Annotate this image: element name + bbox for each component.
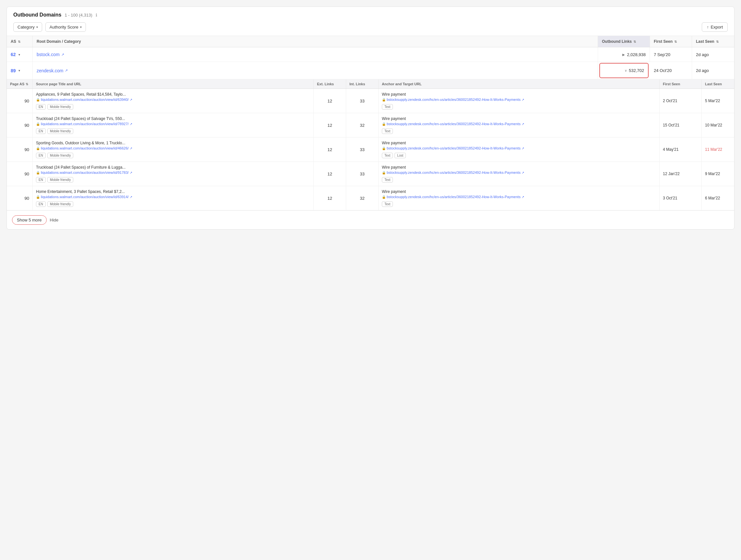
- col-outbound-links-label: Outbound Links: [602, 39, 632, 44]
- sub-col-first-seen-label: First Seen: [663, 82, 680, 86]
- sub-page-as-value-1: 90: [10, 123, 29, 128]
- source-tag: Mobile friendly: [47, 104, 73, 110]
- sub-row-int-links-0: 33: [346, 89, 379, 113]
- col-first-seen-sort-icon[interactable]: ⇅: [674, 40, 677, 44]
- zendesk-last-seen-cell: 2d ago: [692, 62, 734, 79]
- anchor-url-link-1[interactable]: 🔒 bstocksupply.zendesk.com/hc/en-us/arti…: [382, 122, 656, 126]
- bstock-domain-link[interactable]: bstock.com ↗: [37, 52, 64, 57]
- source-tag: Mobile friendly: [47, 177, 73, 183]
- col-last-seen-sort-icon[interactable]: ⇅: [716, 40, 719, 44]
- anchor-url-link-4[interactable]: 🔒 bstocksupply.zendesk.com/hc/en-us/arti…: [382, 195, 656, 199]
- source-tag: EN: [36, 177, 46, 183]
- source-url-link-2[interactable]: 🔒 liquidations.walmart.com/auction/aucti…: [36, 146, 310, 150]
- bstock-domain-cell: bstock.com ↗: [33, 47, 598, 62]
- footer: Show 5 more Hide: [7, 210, 734, 229]
- show-more-button[interactable]: Show 5 more: [12, 215, 47, 225]
- anchor-text-3: Wire payment: [382, 165, 656, 170]
- link-tags-row-2: Text Lost: [382, 153, 656, 158]
- sub-row-anchor-4: Wire payment 🔒 bstocksupply.zendesk.com/…: [379, 186, 660, 210]
- sub-col-first-seen: First Seen: [660, 79, 702, 88]
- sub-col-page-as-sort-icon[interactable]: ⇅: [25, 82, 28, 86]
- sub-row-int-links-2: 33: [346, 137, 379, 162]
- sub-page-as-value-3: 90: [10, 172, 29, 176]
- sub-row-last-seen-2: 11 Mar'22: [702, 137, 734, 162]
- int-links-value-2: 33: [349, 147, 375, 152]
- col-header-first-seen: First Seen ⇅: [650, 36, 692, 47]
- col-as-sort-icon[interactable]: ⇅: [18, 40, 20, 44]
- anchor-url-text-0: bstocksupply.zendesk.com/hc/en-us/articl…: [387, 98, 521, 102]
- lock-icon-3: 🔒: [36, 171, 40, 175]
- sub-row-first-seen-1: 15 Oct'21: [660, 113, 702, 137]
- source-url-text-0: liquidations.walmart.com/auction/auction…: [41, 98, 129, 102]
- anchor-url-link-2[interactable]: 🔒 bstocksupply.zendesk.com/hc/en-us/arti…: [382, 146, 656, 150]
- sub-row-ext-links-0: 12: [314, 89, 346, 113]
- main-table-header: AS ⇅ Root Domain / Category Outbound Lin…: [7, 36, 734, 47]
- source-ext-link-icon-2: ↗: [130, 146, 132, 150]
- zendesk-as-cell: 89 ▾: [7, 62, 33, 79]
- link-tag-text-2: Text: [382, 153, 393, 158]
- last-seen-value-3: 9 Mar'22: [705, 172, 731, 176]
- zendesk-domain-link[interactable]: zendesk.com ↗: [37, 68, 68, 73]
- anchor-text-1: Wire payment: [382, 116, 656, 121]
- first-seen-value-3: 12 Jan'22: [663, 172, 698, 176]
- sub-col-last-seen-label: Last Seen: [705, 82, 722, 86]
- sub-col-anchor: Anchor and Target URL: [379, 79, 660, 88]
- category-filter-button[interactable]: Category ▾: [13, 22, 42, 32]
- sub-row-last-seen-0: 5 Mar'22: [702, 89, 734, 113]
- sub-rows-container: 90 Appliances, 9 Pallet Spaces, Retail $…: [7, 89, 734, 210]
- authority-score-filter-label: Authority Score: [50, 25, 78, 29]
- sub-row-first-seen-4: 3 Oct'21: [660, 186, 702, 210]
- source-url-link-3[interactable]: 🔒 liquidations.walmart.com/auction/aucti…: [36, 171, 310, 175]
- anchor-url-text-1: bstocksupply.zendesk.com/hc/en-us/articl…: [387, 122, 521, 126]
- sub-row-last-seen-3: 9 Mar'22: [702, 162, 734, 186]
- first-seen-value-4: 3 Oct'21: [663, 196, 698, 200]
- export-button[interactable]: ↑ Export: [702, 22, 728, 32]
- sub-col-ext-links: Ext. Links: [314, 79, 346, 88]
- hide-button[interactable]: Hide: [50, 217, 59, 223]
- anchor-url-link-3[interactable]: 🔒 bstocksupply.zendesk.com/hc/en-us/arti…: [382, 171, 656, 175]
- source-url-link-0[interactable]: 🔒 liquidations.walmart.com/auction/aucti…: [36, 98, 310, 102]
- source-url-text-3: liquidations.walmart.com/auction/auction…: [41, 171, 129, 175]
- sub-row-source-0: Appliances, 9 Pallet Spaces, Retail $14,…: [33, 89, 314, 113]
- anchor-url-text-3: bstocksupply.zendesk.com/hc/en-us/articl…: [387, 171, 521, 175]
- sub-row-anchor-0: Wire payment 🔒 bstocksupply.zendesk.com/…: [379, 89, 660, 113]
- authority-score-filter-button[interactable]: Authority Score ▾: [45, 22, 86, 32]
- bstock-expand-icon[interactable]: ▾: [18, 53, 20, 56]
- col-outbound-sort-icon[interactable]: ⇅: [633, 40, 636, 44]
- sub-row-last-seen-4: 6 Mar'22: [702, 186, 734, 210]
- sub-col-source: Source page Title and URL: [33, 79, 314, 88]
- zendesk-outbound-expand-icon: ∨: [625, 69, 627, 72]
- source-url-link-4[interactable]: 🔒 liquidations.walmart.com/auction/aucti…: [36, 195, 310, 199]
- col-header-root-domain: Root Domain / Category: [33, 36, 598, 47]
- sub-page-as-value-4: 90: [10, 196, 29, 201]
- zendesk-external-link-icon: ↗: [65, 68, 68, 73]
- sub-row-page-as-2: 90: [7, 137, 33, 162]
- sub-row-0: 90 Appliances, 9 Pallet Spaces, Retail $…: [7, 89, 734, 113]
- info-icon[interactable]: ℹ: [95, 13, 97, 17]
- bstock-first-seen: 7 Sep'20: [654, 52, 670, 57]
- anchor-url-link-0[interactable]: 🔒 bstocksupply.zendesk.com/hc/en-us/arti…: [382, 98, 656, 102]
- anchor-ext-icon-4: ↗: [522, 195, 524, 199]
- source-tags-row-3: ENMobile friendly: [36, 177, 310, 183]
- panel-header: Outbound Domains 1 - 100 (4,313) ℹ Categ…: [7, 7, 734, 36]
- source-url-link-1[interactable]: 🔒 liquidations.walmart.com/auction/aucti…: [36, 122, 310, 126]
- source-tag: EN: [36, 104, 46, 110]
- sub-row-source-3: Truckload (24 Pallet Spaces) of Furnitur…: [33, 162, 314, 186]
- anchor-lock-icon-0: 🔒: [382, 98, 386, 102]
- sub-row-page-as-0: 90: [7, 89, 33, 113]
- sub-table-header: Page AS ⇅ Source page Title and URL Ext.…: [7, 79, 734, 89]
- anchor-text-2: Wire payment: [382, 141, 656, 145]
- last-seen-value-4: 6 Mar'22: [705, 196, 731, 200]
- category-chevron-icon: ▾: [36, 25, 38, 29]
- source-ext-link-icon-4: ↗: [130, 195, 132, 199]
- source-tags-row-1: ENMobile friendly: [36, 128, 310, 134]
- sub-col-anchor-label: Anchor and Target URL: [382, 82, 422, 86]
- bstock-as-cell: 62 ▾: [7, 47, 33, 62]
- zendesk-expand-icon[interactable]: ▾: [18, 69, 20, 72]
- int-links-value-1: 32: [349, 123, 375, 128]
- sub-col-int-links-label: Int. Links: [349, 82, 365, 86]
- sub-row-ext-links-4: 12: [314, 186, 346, 210]
- sub-row-1: 90 Truckload (24 Pallet Spaces) of Salva…: [7, 113, 734, 137]
- sub-row-page-as-3: 90: [7, 162, 33, 186]
- col-header-as: AS ⇅: [7, 36, 33, 47]
